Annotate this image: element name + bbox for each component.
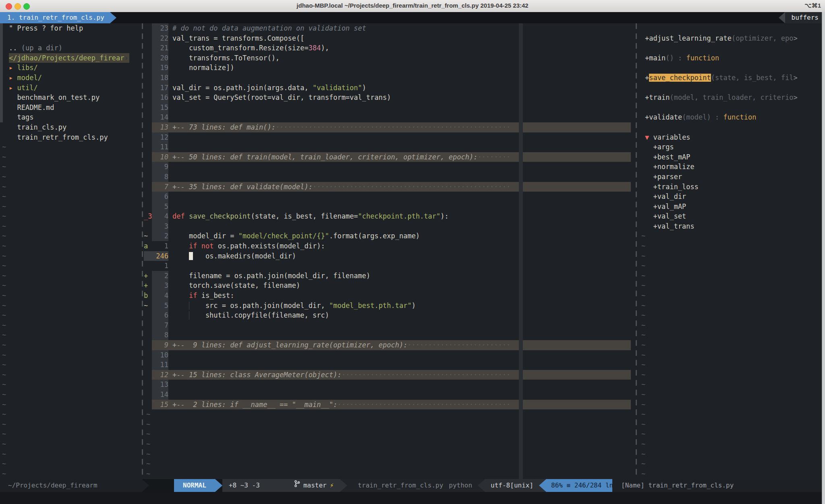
- code-line[interactable]: 20 transforms.ToTensor(),: [144, 53, 636, 63]
- code-line[interactable]: 12+-- 15 lines: class AverageMeter(objec…: [144, 370, 636, 380]
- line-number: 9: [152, 162, 168, 172]
- nerdtree-file-readme[interactable]: README.md: [0, 103, 142, 113]
- code-line[interactable]: _34def save_checkpoint(state, is_best, f…: [144, 211, 636, 221]
- code-line[interactable]: ~5 src = os.path.join(model_dir, "model_…: [144, 301, 636, 311]
- tilde-marker: ~: [2, 401, 6, 409]
- buffers-label[interactable]: buffers: [785, 12, 825, 23]
- code-line[interactable]: 3: [144, 221, 636, 231]
- tagbar-blank: [641, 23, 822, 33]
- folded-line[interactable]: 15+-- 2 lines: if __name__ == "__main__"…: [152, 400, 631, 410]
- tag-entry-best-mAP[interactable]: +best_mAP: [641, 152, 822, 162]
- folded-line[interactable]: 12+-- 15 lines: class AverageMeter(objec…: [152, 370, 631, 380]
- nerdtree-dir-libs[interactable]: ▸ libs/: [0, 63, 142, 73]
- nerdtree-dir-util[interactable]: ▸ util/: [0, 83, 142, 93]
- nerdtree-file-benchmark[interactable]: benchmark_on_test.py: [0, 93, 142, 103]
- tab-active[interactable]: 1. train_retr_from_cls.py: [0, 12, 110, 23]
- line-number: 3: [152, 221, 168, 231]
- code-line[interactable]: 13: [144, 380, 636, 390]
- code-line[interactable]: 7+-- 35 lines: def validate(model):·····…: [144, 182, 636, 192]
- empty-line-tilde: ~: [641, 241, 822, 251]
- empty-line-tilde: ~: [641, 390, 822, 400]
- code-line[interactable]: 15+-- 2 lines: if __name__ == "__main__"…: [144, 400, 636, 410]
- tilde-marker: ~: [146, 460, 150, 468]
- code-line[interactable]: 10: [144, 350, 636, 360]
- code-line[interactable]: 1: [144, 261, 636, 271]
- sign-column-cell: [144, 103, 152, 113]
- code-line[interactable]: 7: [144, 320, 636, 330]
- right-scrollbar[interactable]: [822, 12, 825, 504]
- tilde-marker: ~: [2, 450, 6, 458]
- code-line[interactable]: 15: [144, 103, 636, 113]
- line-number: 2: [152, 271, 168, 281]
- tag-entry-main[interactable]: +main() : function: [641, 53, 822, 63]
- code-line[interactable]: ~2 model_dir = "model/check_point/{}".fo…: [144, 231, 636, 241]
- tag-section-variables[interactable]: ▼ variables: [641, 132, 822, 143]
- tag-entry-validate[interactable]: +validate(model) : function: [641, 112, 822, 122]
- code-line[interactable]: 23# do not do data augmentation on valid…: [144, 23, 636, 33]
- code-line[interactable]: 9+-- 9 lines: def adjust_learning_rate(o…: [144, 340, 636, 350]
- folded-line[interactable]: 10+-- 50 lines: def train(model, train_l…: [152, 152, 631, 162]
- nerdtree-file-train-cls[interactable]: train_cls.py: [0, 122, 142, 132]
- empty-line-tilde: ~: [641, 439, 822, 449]
- tag-entry-save-checkpoint[interactable]: +save_checkpoint(state, is_best, fil>: [641, 73, 822, 83]
- code-line[interactable]: 9: [144, 162, 636, 172]
- line-number: 19: [152, 63, 168, 73]
- nerdtree-up-dir[interactable]: .. (up a dir): [0, 43, 142, 53]
- code-line[interactable]: b4 if is_best:: [144, 291, 636, 301]
- sign-column-cell: [144, 340, 152, 350]
- tag-entry-val-dir[interactable]: +val_dir: [641, 192, 822, 202]
- folded-line[interactable]: 9+-- 9 lines: def adjust_learning_rate(o…: [152, 340, 631, 350]
- tag-entry-val-set[interactable]: +val_set: [641, 211, 822, 221]
- code-line[interactable]: 14: [144, 112, 636, 122]
- code-text: [172, 380, 636, 390]
- tag-entry-val-trans[interactable]: +val_trans: [641, 221, 822, 231]
- code-line[interactable]: 6 shutil.copyfile(filename, src): [144, 310, 636, 320]
- code-text: val_dir = os.path.join(args.data, "valid…: [172, 83, 636, 93]
- vim-command-line[interactable]: [0, 492, 825, 504]
- tag-entry-parser[interactable]: +parser: [641, 172, 822, 182]
- code-line[interactable]: 13+-- 73 lines: def main():·············…: [144, 122, 636, 132]
- code-line[interactable]: 8: [144, 330, 636, 340]
- window-separator-left[interactable]: [142, 23, 143, 479]
- empty-line-tilde: ~: [0, 320, 142, 330]
- code-line[interactable]: 12: [144, 132, 636, 143]
- folded-line[interactable]: 7+-- 35 lines: def validate(model):·····…: [152, 182, 631, 192]
- code-line[interactable]: 19 normalize]): [144, 63, 636, 73]
- tag-entry-val-mAP[interactable]: +val_mAP: [641, 202, 822, 212]
- code-line[interactable]: 11: [144, 142, 636, 152]
- folded-line[interactable]: 13+-- 73 lines: def main():·············…: [152, 122, 631, 132]
- nerdtree-file-tags[interactable]: tags: [0, 112, 142, 122]
- tag-entry-train-loss[interactable]: +train_loss: [641, 182, 822, 192]
- code-line[interactable]: 10+-- 50 lines: def train(model, train_l…: [144, 152, 636, 162]
- code-segment: [185, 212, 189, 220]
- tag-entry-train[interactable]: +train(model, train_loader, criterio>: [641, 93, 822, 103]
- tag-entry-adjust-learning-rate[interactable]: +adjust_learning_rate(optimizer, epo>: [641, 33, 822, 43]
- code-pane[interactable]: 23# do not do data augmentation on valid…: [144, 23, 636, 479]
- code-line[interactable]: 11: [144, 360, 636, 370]
- code-line[interactable]: 17val_dir = os.path.join(args.data, "val…: [144, 83, 636, 93]
- nerdtree-dir-model[interactable]: ▸ model/: [0, 73, 142, 83]
- code-line[interactable]: 21 custom_transform.Resize(size=384),: [144, 43, 636, 53]
- code-line[interactable]: a1 if not os.path.exists(model_dir):: [144, 241, 636, 251]
- empty-line-tilde: ~: [0, 429, 142, 439]
- code-line[interactable]: 6: [144, 192, 636, 202]
- window-separator-right[interactable]: [636, 23, 637, 479]
- nerdtree-root[interactable]: </jdhao/Projects/deep_firear›: [0, 53, 142, 63]
- code-line[interactable]: +3 torch.save(state, filename): [144, 281, 636, 291]
- nerdtree-file-train-retr[interactable]: train_retr_from_cls.py: [0, 132, 142, 143]
- tilde-marker: ~: [2, 242, 6, 250]
- code-line[interactable]: 14: [144, 390, 636, 400]
- code-line[interactable]: 16val_set = QuerySet(root=val_dir, trans…: [144, 93, 636, 103]
- code-line[interactable]: +2 filename = os.path.join(model_dir, fi…: [144, 271, 636, 281]
- tag-entry-args[interactable]: +args: [641, 142, 822, 152]
- tg-name-segment: +: [645, 74, 649, 82]
- empty-line-tilde: ~: [0, 400, 142, 410]
- code-line[interactable]: 246 os.makedirs(model_dir): [144, 251, 636, 261]
- line-number: 17: [152, 83, 168, 93]
- tag-entry-normalize[interactable]: +normalize: [641, 162, 822, 172]
- code-line[interactable]: 22val_trans = transforms.Compose([: [144, 33, 636, 43]
- code-line[interactable]: 18: [144, 73, 636, 83]
- code-line[interactable]: 5: [144, 202, 636, 212]
- lightning-icon: ⚡: [330, 479, 334, 492]
- code-line[interactable]: 8: [144, 172, 636, 182]
